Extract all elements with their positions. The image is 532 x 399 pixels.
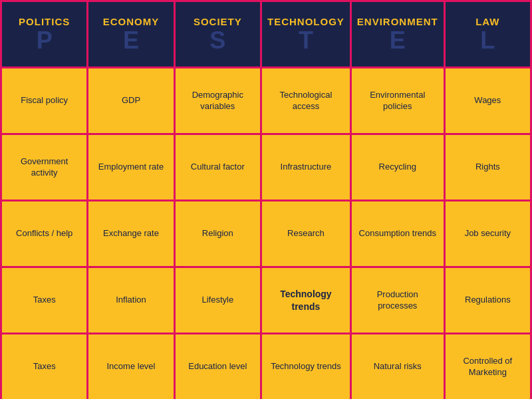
- cell-text-r4-c5: Controlled of Marketing: [451, 356, 525, 378]
- pestel-grid: POLITICSPECONOMYESOCIETYSTECHNOLOGYTENVI…: [0, 0, 532, 399]
- data-cell-r2-c0: Conflicts / help: [2, 201, 88, 268]
- data-cell-r1-c1: Employment rate: [88, 135, 175, 201]
- cell-text-r3-c3: Technology trends: [267, 288, 344, 312]
- cell-text-r1-c5: Rights: [475, 162, 500, 173]
- cell-text-r0-c0: Fiscal policy: [21, 95, 68, 106]
- data-cell-r1-c0: Government activity: [2, 135, 88, 201]
- header-label-society: SOCIETY: [194, 16, 242, 27]
- header-letter-economy: E: [123, 29, 139, 53]
- data-cell-r0-c0: Fiscal policy: [2, 68, 88, 135]
- cell-text-r2-c2: Religion: [202, 228, 233, 239]
- cell-text-r4-c3: Technology trends: [271, 361, 341, 372]
- header-cell-society: SOCIETYS: [176, 2, 262, 68]
- data-cell-r0-c4: Environmental policies: [352, 68, 446, 135]
- data-cell-r0-c5: Wages: [446, 68, 532, 135]
- data-cell-r1-c3: Infrastructure: [262, 135, 352, 201]
- cell-text-r0-c5: Wages: [474, 95, 501, 106]
- cell-text-r2-c5: Job security: [465, 228, 511, 239]
- cell-text-r3-c4: Production processes: [357, 289, 438, 312]
- data-cell-r0-c2: Demographic variables: [176, 68, 262, 135]
- header-label-politics: POLITICS: [19, 16, 70, 27]
- data-cell-r3-c2: Lifestyle: [176, 268, 262, 334]
- data-cell-r0-c1: GDP: [88, 68, 175, 135]
- cell-text-r1-c2: Cultural factor: [191, 162, 245, 173]
- data-cell-r4-c1: Income level: [88, 334, 175, 399]
- header-letter-politics: P: [37, 29, 53, 53]
- cell-text-r1-c3: Infrastructure: [281, 162, 332, 173]
- data-cell-r4-c3: Technology trends: [262, 334, 352, 399]
- data-cell-r0-c3: Technological access: [262, 68, 352, 135]
- header-label-environment: ENVIRONMENT: [357, 16, 438, 27]
- header-label-law: LAW: [475, 16, 499, 27]
- cell-text-r0-c2: Demographic variables: [181, 90, 255, 112]
- header-label-economy: ECONOMY: [103, 16, 160, 27]
- cell-text-r1-c4: Recycling: [379, 162, 416, 173]
- header-label-technology: TECHNOLOGY: [267, 16, 344, 27]
- cell-text-r3-c2: Lifestyle: [201, 295, 233, 306]
- data-cell-r3-c1: Inflation: [88, 268, 175, 334]
- header-letter-environment: E: [390, 29, 406, 53]
- data-cell-r3-c0: Taxes: [2, 268, 88, 334]
- header-letter-technology: T: [299, 29, 313, 53]
- cell-text-r3-c5: Regulations: [465, 295, 511, 306]
- cell-text-r0-c3: Technological access: [267, 90, 344, 112]
- data-cell-r1-c5: Rights: [446, 135, 532, 201]
- data-cell-r2-c2: Religion: [176, 201, 262, 268]
- data-cell-r4-c0: Taxes: [2, 334, 88, 399]
- data-cell-r2-c4: Consumption trends: [352, 201, 446, 268]
- data-cell-r4-c2: Education level: [176, 334, 262, 399]
- data-cell-r3-c4: Production processes: [352, 268, 446, 334]
- cell-text-r2-c0: Conflicts / help: [16, 228, 72, 239]
- cell-text-r4-c1: Income level: [107, 361, 156, 372]
- cell-text-r2-c1: Exchange rate: [103, 228, 159, 239]
- data-cell-r4-c5: Controlled of Marketing: [446, 334, 532, 399]
- cell-text-r4-c2: Education level: [188, 361, 247, 372]
- header-cell-environment: ENVIRONMENTE: [352, 2, 446, 68]
- header-cell-economy: ECONOMYE: [88, 2, 175, 68]
- cell-text-r2-c4: Consumption trends: [359, 228, 436, 239]
- header-cell-politics: POLITICSP: [2, 2, 88, 68]
- data-cell-r3-c3: Technology trends: [262, 268, 352, 334]
- data-cell-r2-c3: Research: [262, 201, 352, 268]
- data-cell-r2-c5: Job security: [446, 201, 532, 268]
- cell-text-r3-c1: Inflation: [116, 295, 146, 306]
- header-letter-law: L: [480, 29, 495, 53]
- cell-text-r1-c0: Government activity: [7, 156, 81, 179]
- cell-text-r1-c1: Employment rate: [98, 162, 164, 173]
- cell-text-r3-c0: Taxes: [33, 295, 56, 306]
- cell-text-r0-c4: Environmental policies: [357, 90, 438, 112]
- data-cell-r1-c4: Recycling: [352, 135, 446, 201]
- cell-text-r4-c4: Natural risks: [374, 361, 422, 372]
- header-cell-law: LAWL: [446, 2, 532, 68]
- data-cell-r1-c2: Cultural factor: [176, 135, 262, 201]
- data-cell-r3-c5: Regulations: [446, 268, 532, 334]
- header-cell-technology: TECHNOLOGYT: [262, 2, 352, 68]
- cell-text-r0-c1: GDP: [122, 95, 140, 106]
- cell-text-r2-c3: Research: [287, 228, 325, 239]
- data-cell-r2-c1: Exchange rate: [88, 201, 175, 268]
- cell-text-r4-c0: Taxes: [33, 361, 56, 372]
- header-letter-society: S: [209, 29, 225, 53]
- data-cell-r4-c4: Natural risks: [352, 334, 446, 399]
